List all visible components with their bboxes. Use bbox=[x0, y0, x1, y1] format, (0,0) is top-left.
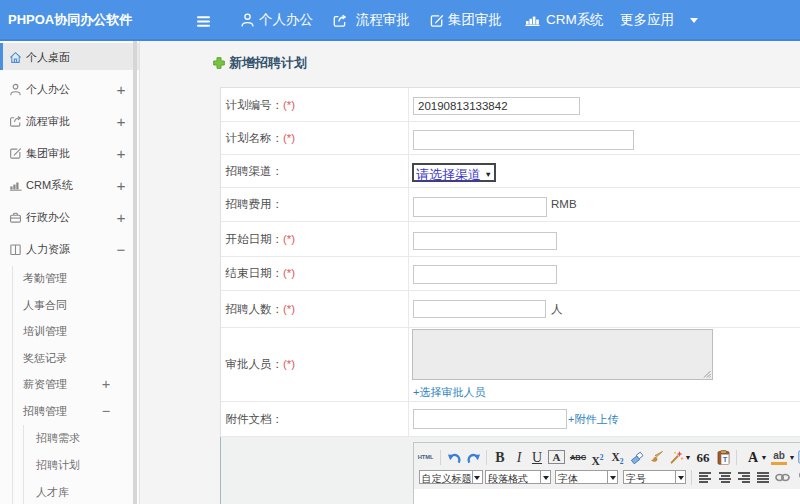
svg-text:T: T bbox=[723, 455, 728, 464]
